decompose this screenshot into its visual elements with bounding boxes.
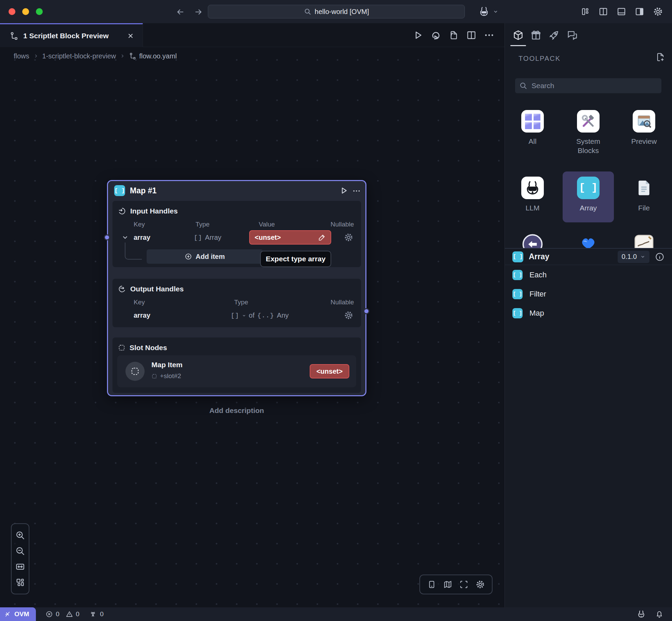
app-window: hello-world [OVM]	[0, 0, 672, 621]
toolpack-panel-title: TOOLPACK	[519, 55, 561, 63]
tool-array[interactable]: [ ] Array	[563, 177, 614, 212]
col-nullable: Nullable	[331, 221, 354, 228]
auto-layout-icon[interactable]	[15, 577, 25, 588]
maximize-window-button[interactable]	[36, 8, 43, 15]
layout-customize-icon[interactable]	[580, 6, 590, 17]
split-panel-icon[interactable]	[598, 6, 608, 17]
input-value-unset-field[interactable]: <unset>	[249, 230, 331, 245]
breadcrumb-flows[interactable]: flows	[14, 52, 29, 60]
array-detail-panel: [ ] Array 0.1.0 [ ] Each [ ] Fil	[505, 248, 672, 607]
zoom-out-icon[interactable]	[15, 546, 25, 556]
breadcrumb: flows 1-scriptlet-block-preview flow.oo.…	[14, 50, 177, 62]
settings-gear-icon[interactable]	[653, 6, 663, 17]
bottom-panel-icon[interactable]	[616, 6, 627, 17]
chevron-down-icon	[242, 314, 246, 318]
spark-icon	[4, 610, 12, 618]
node-run-button[interactable]	[339, 186, 349, 195]
input-handles-icon	[118, 207, 126, 215]
flow-canvas[interactable]: flows 1-scriptlet-block-preview flow.oo.…	[0, 47, 505, 607]
search-icon	[304, 8, 311, 15]
notifications-bell-icon[interactable]	[655, 610, 664, 619]
minimap-icon[interactable]	[443, 580, 453, 589]
bunny-status-icon[interactable]	[636, 609, 646, 619]
split-editor-button[interactable]	[466, 23, 477, 47]
extensions-gift-icon[interactable]	[530, 29, 542, 41]
add-item-button[interactable]: Add item	[147, 249, 263, 264]
add-description-button[interactable]: Add description	[107, 406, 366, 415]
deploy-rocket-icon[interactable]	[548, 29, 560, 41]
warning-triangle-icon	[66, 610, 73, 618]
command-search-bar[interactable]: hello-world [OVM]	[208, 5, 465, 18]
tool-preview[interactable]: Preview	[618, 110, 670, 146]
right-panel-icon[interactable]	[634, 6, 645, 17]
expect-type-tooltip: Expect type array	[260, 251, 331, 267]
ovm-status-button[interactable]: OVM	[0, 607, 36, 621]
toolpack-search-input[interactable]	[515, 78, 661, 93]
chevron-right-icon	[33, 54, 38, 58]
panel-toggle-icon[interactable]	[427, 580, 436, 589]
slot-map-item-card[interactable]: Map Item +slot#2 <unset>	[117, 355, 356, 387]
broadcast-status[interactable]: 0	[89, 610, 104, 618]
llm-rabbit-icon	[521, 177, 544, 199]
forward-icon[interactable]	[193, 7, 203, 17]
row-expand-chevron[interactable]	[121, 234, 129, 241]
slot-nodes-section: Slot Nodes Map Item +slot#2	[112, 337, 361, 393]
canvas-zoom-toolbar	[11, 523, 29, 594]
tool-llm[interactable]: LLM	[507, 177, 558, 212]
back-icon[interactable]	[176, 7, 185, 17]
canvas-settings-gear-icon[interactable]	[475, 579, 485, 590]
col-value: Value	[259, 221, 275, 228]
col-key: Key	[134, 221, 145, 228]
fit-view-icon[interactable]	[459, 580, 469, 589]
title-bar: hello-world [OVM]	[0, 0, 672, 23]
array-item-each[interactable]: [ ] Each	[512, 270, 547, 280]
plus-circle-icon	[185, 253, 192, 260]
tab-scriptlet-block-preview[interactable]: 1 Scriptlet Block Preview	[0, 23, 143, 47]
breadcrumb-file[interactable]: flow.oo.yaml	[129, 52, 177, 60]
breadcrumb-folder[interactable]: 1-scriptlet-block-preview	[42, 52, 116, 60]
output-row-type[interactable]: [] of {..} Any	[231, 312, 289, 319]
antenna-icon	[89, 610, 97, 618]
assistant-menu[interactable]	[478, 5, 498, 18]
node-more-button[interactable]	[352, 187, 361, 195]
input-port-handle[interactable]	[104, 234, 110, 240]
version-select[interactable]: 0.1.0	[618, 251, 649, 263]
output-row-settings-gear-icon[interactable]	[344, 310, 354, 320]
array-panel-title: Array	[529, 252, 612, 261]
export-file-button[interactable]	[448, 23, 459, 47]
toolpack-tab-cube-icon[interactable]	[512, 29, 524, 41]
run-flow-button[interactable]	[412, 23, 424, 47]
minimize-window-button[interactable]	[22, 8, 29, 15]
col-nullable: Nullable	[331, 299, 354, 306]
all-blocks-icon	[521, 110, 544, 133]
info-icon[interactable]	[655, 252, 664, 262]
fit-width-icon[interactable]	[15, 562, 25, 572]
more-actions-button[interactable]	[484, 23, 495, 47]
map-node[interactable]: [ ] Map #1 Input Handles	[107, 180, 366, 396]
input-row-settings-gear-icon[interactable]	[344, 232, 354, 243]
tool-file[interactable]: File	[618, 177, 670, 212]
tool-system-blocks[interactable]: System Blocks	[563, 110, 614, 155]
close-window-button[interactable]	[9, 8, 15, 15]
rerun-flow-button[interactable]	[430, 23, 442, 47]
node-title: Map #1	[130, 186, 359, 195]
tool-all[interactable]: All	[507, 110, 558, 146]
comments-icon[interactable]	[566, 29, 578, 41]
search-value: hello-world [OVM]	[315, 8, 369, 16]
tab-close-icon[interactable]	[127, 32, 134, 40]
canvas-view-toolbar	[419, 575, 493, 594]
output-port-handle[interactable]	[363, 308, 369, 314]
col-key: Key	[134, 299, 145, 306]
new-toolpack-file-plus-icon[interactable]	[655, 52, 666, 62]
array-brackets-icon: [ ]	[512, 270, 523, 280]
problems-status[interactable]: 0 0	[45, 610, 79, 618]
zoom-in-icon[interactable]	[15, 530, 25, 540]
array-item-map[interactable]: [ ] Map	[512, 308, 544, 318]
output-row-key: array	[134, 312, 150, 319]
slot-value-unset-badge[interactable]: <unset>	[310, 364, 349, 378]
slot-item-title: Map Item	[151, 361, 183, 369]
pencil-icon	[318, 234, 326, 241]
array-item-filter[interactable]: [ ] Filter	[512, 289, 546, 299]
slot-icon	[118, 344, 125, 351]
slot-item-id: +slot#2	[151, 372, 181, 380]
